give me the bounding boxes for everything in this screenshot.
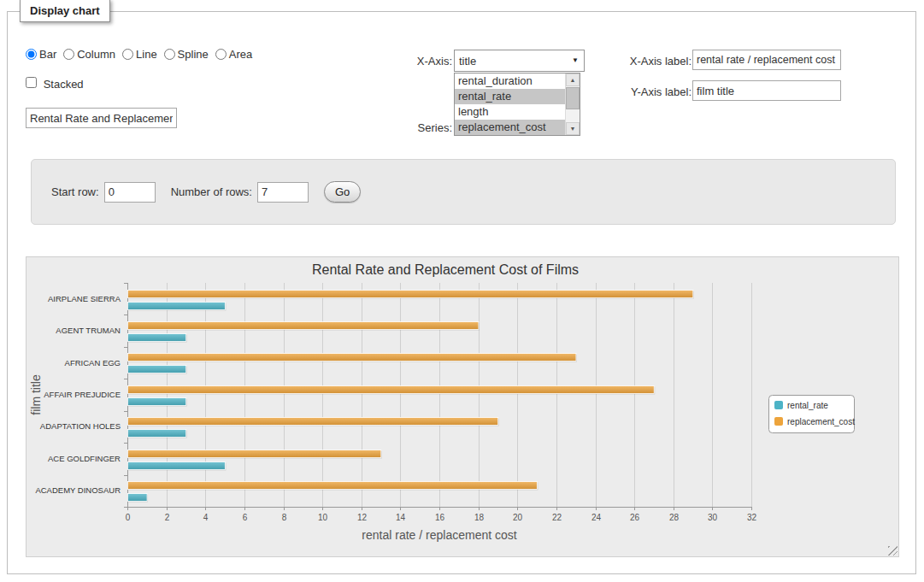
- svg-text:30: 30: [708, 513, 718, 522]
- chart-type-radio-3[interactable]: [164, 49, 175, 60]
- y-axis-label-input[interactable]: [692, 80, 841, 101]
- series-option-3[interactable]: replacement_cost: [455, 120, 565, 135]
- svg-text:20: 20: [513, 513, 523, 522]
- svg-text:16: 16: [435, 513, 445, 522]
- series-listbox-scrollbar[interactable]: ▲ ▼: [565, 73, 580, 135]
- series-options: rental_duration rental_rate length repla…: [455, 73, 565, 135]
- chart-resize-handle[interactable]: [888, 546, 898, 556]
- rows-panel: Start row: Number of rows: Go: [31, 159, 896, 225]
- x-axis-caption: X-Axis:: [375, 55, 452, 68]
- svg-text:AGENT TRUMAN: AGENT TRUMAN: [56, 326, 121, 335]
- display-chart-panel: Display chart Bar Column Line Spline Are…: [7, 11, 916, 574]
- stacked-label: Stacked: [44, 78, 84, 91]
- chart-type-label: Spline: [178, 48, 209, 61]
- svg-text:AFRICAN EGG: AFRICAN EGG: [65, 358, 121, 367]
- chart-type-option-bar[interactable]: Bar: [26, 48, 56, 61]
- chart-type-radio-group: Bar Column Line Spline Area: [26, 48, 259, 61]
- chart-type-label: Line: [136, 48, 157, 61]
- series-caption: Series:: [375, 121, 452, 134]
- chart-title-input[interactable]: [26, 108, 177, 128]
- chart-type-label: Bar: [39, 48, 56, 61]
- y-axis-label-caption: Y-Axis label:: [597, 85, 692, 98]
- start-row-caption: Start row:: [51, 185, 99, 198]
- scroll-down-icon[interactable]: ▼: [566, 122, 580, 135]
- chart-type-option-line[interactable]: Line: [122, 48, 157, 61]
- chart-type-label: Area: [229, 48, 252, 61]
- svg-text:rental_rate: rental_rate: [787, 401, 828, 410]
- chart-container: Rental Rate and Replacement Cost of Film…: [26, 256, 899, 557]
- series-option-1[interactable]: rental_rate: [455, 89, 565, 104]
- svg-text:film title: film title: [29, 374, 43, 415]
- series-listbox[interactable]: rental_duration rental_rate length repla…: [454, 73, 580, 136]
- svg-text:replacement_cost: replacement_cost: [787, 417, 855, 426]
- x-axis-label-input[interactable]: [692, 50, 841, 70]
- panel-legend: Display chart: [20, 0, 110, 22]
- svg-text:ACADEMY DINOSAUR: ACADEMY DINOSAUR: [35, 485, 121, 495]
- svg-text:12: 12: [357, 513, 368, 522]
- svg-text:Rental Rate and Replacement Co: Rental Rate and Replacement Cost of Film…: [312, 262, 579, 277]
- svg-text:rental rate / replacement cost: rental rate / replacement cost: [362, 528, 516, 542]
- stacked-row: Stacked: [26, 77, 84, 91]
- chart-type-label: Column: [77, 48, 115, 61]
- chart-type-radio-0[interactable]: [26, 49, 37, 60]
- scrollbar-thumb[interactable]: [566, 87, 580, 109]
- svg-text:AFFAIR PREJUDICE: AFFAIR PREJUDICE: [44, 390, 121, 399]
- stacked-checkbox[interactable]: [26, 77, 37, 88]
- svg-text:AIRPLANE SIERRA: AIRPLANE SIERRA: [48, 294, 121, 303]
- x-axis-select[interactable]: title ▼: [454, 50, 585, 72]
- page: Display chart Bar Column Line Spline Are…: [0, 0, 924, 582]
- svg-text:22: 22: [552, 513, 562, 522]
- chart-type-radio-4[interactable]: [215, 49, 227, 60]
- svg-text:4: 4: [203, 513, 209, 522]
- stacked-option[interactable]: Stacked: [26, 77, 84, 91]
- svg-text:0: 0: [126, 513, 131, 522]
- svg-text:32: 32: [747, 513, 757, 522]
- series-option-2[interactable]: length: [455, 104, 565, 120]
- num-rows-caption: Number of rows:: [171, 185, 252, 198]
- chart-type-option-spline[interactable]: Spline: [164, 48, 209, 61]
- chart-type-radio-1[interactable]: [63, 49, 74, 60]
- chart-type-option-column[interactable]: Column: [63, 48, 115, 61]
- svg-text:28: 28: [669, 513, 680, 522]
- chart-svg[interactable]: Rental Rate and Replacement Cost of Film…: [26, 257, 898, 556]
- chart-type-radio-2[interactable]: [122, 49, 133, 60]
- chevron-down-icon: ▼: [572, 57, 579, 64]
- go-button[interactable]: Go: [324, 181, 361, 203]
- svg-text:8: 8: [282, 513, 287, 522]
- chart-type-option-area[interactable]: Area: [215, 48, 252, 61]
- svg-text:ADAPTATION HOLES: ADAPTATION HOLES: [40, 421, 121, 431]
- num-rows-input[interactable]: [257, 182, 309, 203]
- svg-text:18: 18: [474, 513, 485, 522]
- rows-inner: Start row: Number of rows: Go: [32, 160, 895, 224]
- series-option-0[interactable]: rental_duration: [455, 73, 565, 89]
- scroll-up-icon[interactable]: ▲: [566, 73, 580, 86]
- svg-text:6: 6: [243, 513, 248, 522]
- svg-text:26: 26: [630, 513, 640, 522]
- x-axis-label-caption: X-Axis label:: [597, 55, 692, 68]
- svg-text:ACE GOLDFINGER: ACE GOLDFINGER: [48, 454, 121, 463]
- svg-text:2: 2: [165, 513, 170, 522]
- svg-text:24: 24: [591, 513, 602, 522]
- start-row-input[interactable]: [104, 182, 156, 203]
- x-axis-select-value: title: [459, 55, 476, 68]
- svg-text:10: 10: [318, 513, 328, 522]
- svg-text:14: 14: [396, 513, 406, 522]
